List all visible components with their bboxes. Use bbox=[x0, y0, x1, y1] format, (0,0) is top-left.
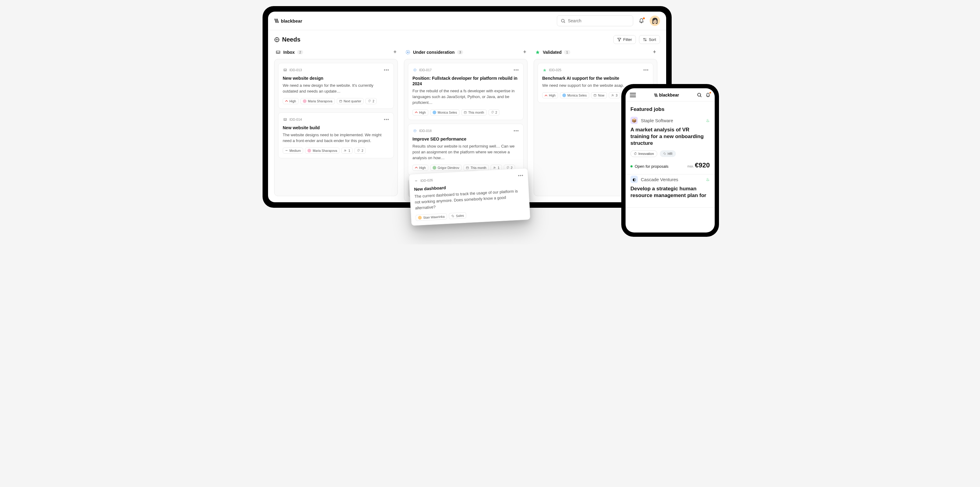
card-chips: Stan WawrinkaSales bbox=[415, 209, 526, 221]
people-icon bbox=[493, 166, 496, 169]
card-menu-button[interactable]: ••• bbox=[514, 128, 519, 133]
job-tags: InnovationHR bbox=[630, 150, 710, 157]
priority-label: High bbox=[419, 166, 426, 169]
column-icon bbox=[275, 49, 281, 55]
category-label: Sales bbox=[456, 214, 464, 217]
column-header: Validated 1 + bbox=[534, 47, 657, 59]
search-icon bbox=[561, 19, 565, 23]
svg-rect-3 bbox=[339, 100, 342, 102]
kanban-card[interactable]: IDD-014 ••• New website build The websit… bbox=[278, 112, 394, 158]
svg-point-4 bbox=[345, 150, 345, 151]
job-title: A market analysis of VR training for a n… bbox=[630, 126, 710, 147]
people-chip: 1 bbox=[341, 148, 353, 154]
card-description: We need a new design for the website. It… bbox=[283, 83, 389, 94]
job-company: 📦 Staple Software ♨ bbox=[630, 117, 710, 124]
job-card[interactable]: ◐ Cascade Ventures ♨ Develop a strategic… bbox=[625, 174, 715, 208]
card-description: Results show our website is not performi… bbox=[412, 144, 519, 161]
assignee-name: Maria Sharapova bbox=[308, 99, 332, 103]
search-input[interactable] bbox=[568, 18, 629, 23]
calendar-icon bbox=[466, 166, 469, 169]
tag-icon bbox=[451, 214, 455, 217]
job-status: Open for proposals bbox=[630, 164, 668, 169]
category-chip: Sales bbox=[449, 212, 466, 219]
people-count: 3 bbox=[616, 94, 617, 97]
people-chip: 3 bbox=[609, 92, 620, 98]
mobile-search-button[interactable] bbox=[697, 93, 702, 97]
due-label: Now bbox=[598, 94, 605, 97]
card-badge-icon bbox=[283, 67, 288, 72]
column-icon bbox=[405, 49, 410, 55]
attachments-chip: 2 bbox=[366, 98, 377, 104]
card-menu-button[interactable]: ••• bbox=[518, 173, 523, 178]
mobile-brand-logo[interactable]: blackbear bbox=[639, 93, 694, 97]
svg-rect-16 bbox=[415, 180, 417, 181]
people-count: 1 bbox=[498, 166, 500, 169]
svg-rect-12 bbox=[466, 167, 469, 169]
sort-button[interactable]: Sort bbox=[639, 35, 660, 44]
assignee-chip: Grigor Dimitrov bbox=[430, 164, 462, 171]
card-menu-button[interactable]: ••• bbox=[514, 67, 519, 72]
column-count: 2 bbox=[297, 50, 303, 54]
column-add-button[interactable]: + bbox=[653, 49, 656, 55]
assignee-avatar-icon bbox=[562, 94, 566, 97]
attachment-icon bbox=[491, 111, 494, 114]
column-count: 3 bbox=[457, 50, 463, 54]
notification-badge-icon bbox=[643, 18, 645, 19]
assignee-name: Stan Wawrinka bbox=[423, 214, 445, 219]
mobile-notifications-button[interactable] bbox=[706, 93, 710, 97]
due-chip: Now bbox=[591, 92, 607, 98]
priority-chip: Medium bbox=[283, 148, 303, 154]
card-menu-button[interactable]: ••• bbox=[384, 67, 389, 72]
due-chip: This month bbox=[461, 109, 487, 115]
assignee-chip: Maria Sharapova bbox=[301, 98, 335, 104]
price-label: max. bbox=[687, 164, 694, 168]
attachments-count: 2 bbox=[495, 110, 497, 114]
filter-button[interactable]: Filter bbox=[613, 35, 636, 44]
card-id: IDD-013 bbox=[290, 68, 302, 72]
column-title: Inbox bbox=[283, 50, 294, 55]
hamburger-menu-button[interactable] bbox=[630, 93, 636, 97]
job-tag[interactable]: HR bbox=[660, 150, 676, 157]
column-body[interactable]: IDD-013 ••• New website design We need a… bbox=[274, 59, 398, 196]
job-card[interactable]: 📦 Staple Software ♨ A market analysis of… bbox=[625, 115, 715, 174]
company-logo-icon: ◐ bbox=[630, 176, 638, 183]
brand-logo[interactable]: blackbear bbox=[274, 18, 302, 24]
priority-chip: High bbox=[283, 98, 299, 104]
priority-label: High bbox=[290, 99, 296, 103]
card-id: IDD-025 bbox=[549, 68, 562, 72]
tag-icon bbox=[663, 152, 666, 155]
sort-label: Sort bbox=[649, 37, 656, 42]
user-avatar[interactable]: 👩🏻 bbox=[650, 16, 660, 26]
calendar-icon bbox=[339, 100, 342, 103]
kanban-card[interactable]: IDD-013 ••• New website design We need a… bbox=[278, 63, 394, 109]
company-name: Cascade Ventures bbox=[641, 177, 703, 182]
notifications-button[interactable] bbox=[639, 18, 644, 24]
trending-icon: ♨ bbox=[706, 177, 710, 182]
attachments-chip: 2 bbox=[355, 148, 366, 154]
mobile-screen: blackbear Featured jobs 📦 Staple Softwar… bbox=[625, 88, 715, 233]
column-add-button[interactable]: + bbox=[523, 49, 526, 55]
sort-icon bbox=[643, 38, 647, 42]
page-title: Needs bbox=[274, 36, 301, 43]
column-header: Inbox 2 + bbox=[274, 47, 398, 59]
filter-icon bbox=[617, 38, 621, 42]
kanban-card[interactable]: IDD-017 ••• Position: Fullstack develope… bbox=[408, 63, 523, 120]
card-id: IDD-026 bbox=[420, 178, 433, 182]
due-label: This month bbox=[471, 166, 486, 169]
assignee-avatar-icon bbox=[307, 149, 311, 152]
column-add-button[interactable]: + bbox=[393, 49, 396, 55]
card-badge-icon bbox=[414, 179, 419, 184]
card-description: For the rebuild of the need a fs develop… bbox=[412, 88, 519, 106]
kanban-card[interactable]: IDD-018 ••• Improve SEO performance Resu… bbox=[408, 124, 523, 176]
dragging-card[interactable]: IDD-026 ••• New dashboard The current da… bbox=[409, 168, 530, 226]
assignee-chip: Monica Seles bbox=[560, 92, 589, 98]
job-tag[interactable]: Innovation bbox=[630, 150, 657, 157]
search-bar[interactable] bbox=[557, 15, 633, 26]
column-title: Validated bbox=[543, 50, 562, 55]
assignee-avatar-icon bbox=[433, 110, 436, 114]
assignee-name: Maria Sharapova bbox=[313, 149, 337, 152]
card-menu-button[interactable]: ••• bbox=[643, 67, 649, 72]
priority-chip: High bbox=[542, 92, 558, 98]
card-menu-button[interactable]: ••• bbox=[384, 117, 389, 122]
priority-label: Medium bbox=[290, 149, 301, 152]
